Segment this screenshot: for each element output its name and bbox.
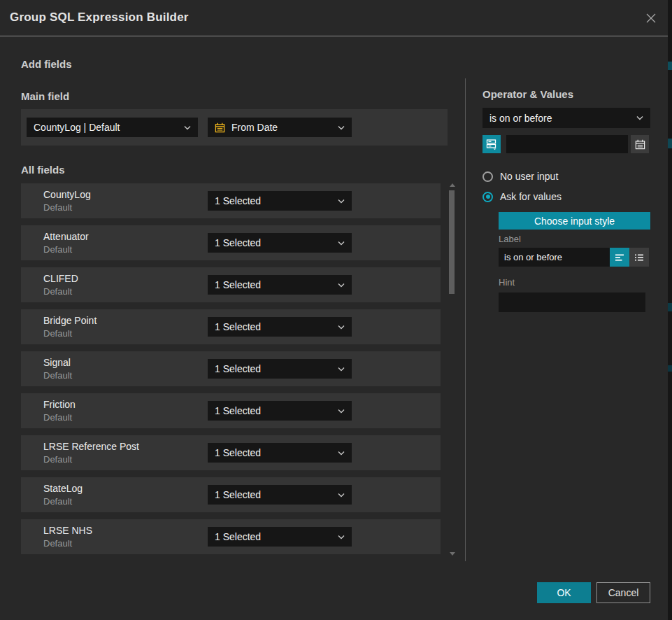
choose-input-style-button[interactable]: Choose input style	[499, 212, 650, 230]
field-row: CLIFED Default 1 Selected	[21, 267, 441, 302]
single-value-style-button[interactable]	[610, 248, 629, 267]
field-sublabel: Default	[43, 328, 72, 339]
chevron-down-icon	[338, 324, 345, 330]
hint-field-label: Hint	[499, 277, 515, 288]
date-picker-button[interactable]	[631, 135, 649, 153]
field-selection-value: 1 Selected	[215, 405, 334, 416]
field-row: CountyLog Default 1 Selected	[21, 183, 441, 218]
field-name: Attenuator	[43, 231, 89, 242]
field-selection-value: 1 Selected	[215, 279, 334, 290]
label-input[interactable]	[499, 248, 610, 267]
field-name: StateLog	[43, 483, 83, 494]
calendar-icon	[635, 139, 645, 150]
hint-input[interactable]	[499, 293, 645, 312]
value-input-type-button[interactable]	[482, 135, 501, 153]
field-selection-select[interactable]: 1 Selected	[208, 359, 352, 379]
main-layer-select[interactable]: CountyLog | Default	[27, 118, 198, 137]
chevron-down-icon	[338, 366, 345, 372]
field-name: Friction	[43, 399, 76, 410]
field-selection-value: 1 Selected	[215, 321, 334, 332]
background-fragment	[668, 139, 672, 148]
chevron-down-icon	[338, 450, 345, 456]
chevron-down-icon	[338, 240, 345, 246]
field-selection-select[interactable]: 1 Selected	[208, 233, 352, 253]
chevron-down-icon	[184, 125, 191, 131]
field-name: CountyLog	[43, 189, 91, 200]
background-fragment	[668, 365, 672, 372]
field-name: LRSE Reference Post	[43, 441, 139, 452]
chevron-down-icon	[636, 115, 643, 121]
field-sublabel: Default	[43, 244, 72, 255]
field-selection-select[interactable]: 1 Selected	[208, 191, 352, 211]
chevron-down-icon	[338, 125, 345, 131]
chevron-down-icon	[338, 492, 345, 498]
field-row: LRSE NHS Default 1 Selected	[21, 519, 441, 554]
field-sublabel: Default	[43, 412, 72, 423]
chevron-down-icon	[338, 534, 345, 540]
field-selection-select[interactable]: 1 Selected	[208, 527, 352, 547]
field-selection-value: 1 Selected	[215, 447, 334, 458]
scrollbar-thumb[interactable]	[449, 190, 455, 294]
field-selection-value: 1 Selected	[215, 531, 334, 542]
value-input[interactable]	[506, 135, 628, 153]
field-selection-value: 1 Selected	[215, 237, 334, 248]
close-icon[interactable]	[643, 10, 659, 27]
ok-button[interactable]: OK	[537, 582, 591, 603]
main-layer-select-value: CountyLog | Default	[34, 122, 180, 133]
field-name: Signal	[43, 357, 71, 368]
align-left-icon	[615, 253, 624, 262]
main-field-select[interactable]: From Date	[208, 118, 352, 137]
chevron-down-icon	[338, 408, 345, 414]
all-fields-list: CountyLog Default 1 Selected Attenuator …	[21, 183, 441, 561]
stacked-rows-icon	[486, 139, 497, 150]
screen: Group SQL Expression Builder Add fields …	[0, 0, 672, 620]
main-field-panel: CountyLog | Default From Date	[21, 109, 448, 146]
background-app-strip	[668, 0, 672, 620]
radio-no-user-input[interactable]: No user input	[482, 171, 558, 182]
cancel-button[interactable]: Cancel	[596, 582, 650, 603]
chevron-down-icon	[338, 198, 345, 204]
background-fragment	[668, 303, 672, 311]
operator-select[interactable]: is on or before	[482, 108, 650, 128]
field-selection-select[interactable]: 1 Selected	[208, 275, 352, 295]
vertical-divider	[465, 78, 466, 561]
operator-values-heading: Operator & Values	[482, 88, 573, 100]
main-field-select-value: From Date	[231, 122, 334, 133]
radio-icon	[482, 192, 493, 202]
fields-scrollbar[interactable]	[448, 182, 456, 560]
field-row: Signal Default 1 Selected	[21, 351, 441, 386]
dialog-header: Group SQL Expression Builder	[0, 0, 668, 36]
scroll-up-icon[interactable]	[450, 183, 455, 187]
field-sublabel: Default	[43, 286, 72, 297]
field-row: StateLog Default 1 Selected	[21, 477, 441, 512]
field-name: Bridge Point	[43, 315, 96, 326]
field-sublabel: Default	[43, 454, 72, 465]
field-sublabel: Default	[43, 496, 72, 507]
field-selection-value: 1 Selected	[215, 195, 334, 206]
field-selection-select[interactable]: 1 Selected	[208, 485, 352, 505]
background-fragment	[668, 62, 672, 70]
field-row: Bridge Point Default 1 Selected	[21, 309, 441, 344]
field-name: LRSE NHS	[43, 525, 92, 536]
label-field-label: Label	[499, 234, 521, 244]
field-name: CLIFED	[43, 273, 78, 284]
field-row: Friction Default 1 Selected	[21, 393, 441, 428]
field-selection-select[interactable]: 1 Selected	[208, 443, 352, 463]
radio-ask-for-values[interactable]: Ask for values	[482, 191, 562, 202]
field-selection-value: 1 Selected	[215, 489, 334, 500]
calendar-icon	[215, 122, 225, 133]
field-row: Attenuator Default 1 Selected	[21, 225, 441, 260]
field-selection-select[interactable]: 1 Selected	[208, 401, 352, 421]
field-sublabel: Default	[43, 538, 72, 549]
add-fields-heading: Add fields	[21, 58, 72, 70]
group-sql-expression-builder-dialog: Group SQL Expression Builder Add fields …	[0, 0, 668, 620]
field-sublabel: Default	[43, 202, 72, 213]
field-selection-select[interactable]: 1 Selected	[208, 317, 352, 337]
all-fields-heading: All fields	[21, 164, 65, 176]
radio-icon	[482, 171, 493, 182]
main-field-heading: Main field	[21, 90, 69, 102]
list-style-button[interactable]	[629, 248, 649, 267]
scroll-down-icon[interactable]	[450, 552, 455, 556]
chevron-down-icon	[338, 282, 345, 288]
field-selection-value: 1 Selected	[215, 363, 334, 374]
